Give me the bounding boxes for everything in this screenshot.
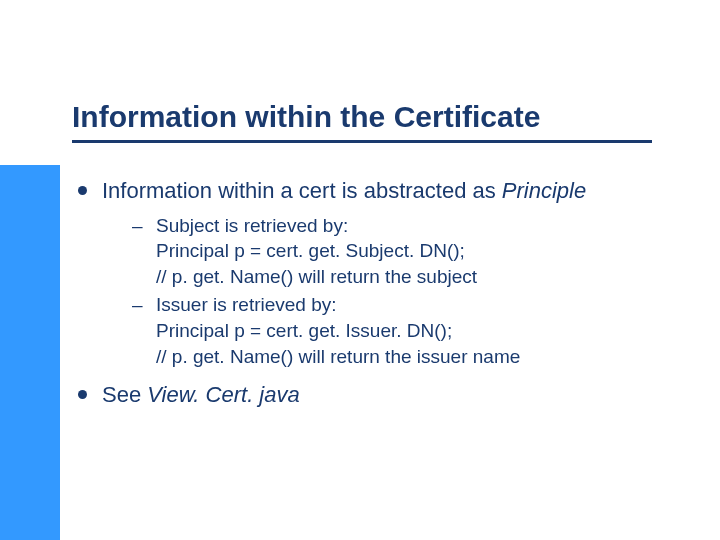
bullet2-italic: View. Cert. java xyxy=(147,382,299,407)
sub1-line3: // p. get. Name() will return the subjec… xyxy=(156,266,477,287)
sub-subject: Subject is retrieved by: Principal p = c… xyxy=(102,213,680,290)
main-list: Information within a cert is abstracted … xyxy=(72,177,680,409)
sub2-line2: Principal p = cert. get. Issuer. DN(); xyxy=(156,320,452,341)
bullet1-text: Information within a cert is abstracted … xyxy=(102,178,502,203)
sidebar-accent xyxy=(0,165,60,540)
sub1-line1: Subject is retrieved by: xyxy=(156,215,348,236)
sub1-line2: Principal p = cert. get. Subject. DN(); xyxy=(156,240,465,261)
sub-list: Subject is retrieved by: Principal p = c… xyxy=(102,213,680,370)
bullet-see: See View. Cert. java xyxy=(72,381,680,409)
title-underline xyxy=(72,140,652,143)
bullet2-text: See xyxy=(102,382,147,407)
bullet-info-abstracted: Information within a cert is abstracted … xyxy=(72,177,680,369)
sub2-line1: Issuer is retrieved by: xyxy=(156,294,337,315)
slide-title: Information within the Certificate xyxy=(72,100,680,134)
sub2-line3: // p. get. Name() will return the issuer… xyxy=(156,346,520,367)
slide-content: Information within the Certificate Infor… xyxy=(72,100,680,419)
bullet1-italic: Principle xyxy=(502,178,586,203)
sub-issuer: Issuer is retrieved by: Principal p = ce… xyxy=(102,292,680,369)
